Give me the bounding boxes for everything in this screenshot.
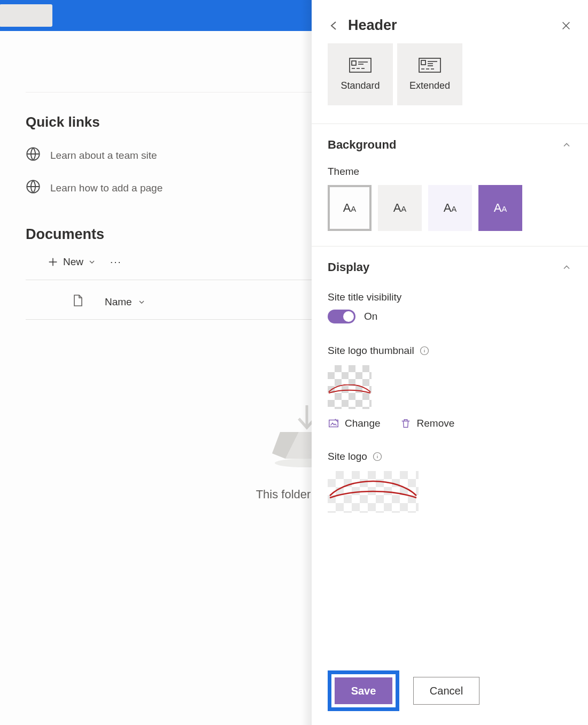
section-title: Display (328, 260, 561, 274)
more-actions-button[interactable]: ··· (110, 256, 122, 268)
quick-link-label: Learn about a team site (50, 150, 157, 161)
layout-standard-card[interactable]: Standard (328, 43, 393, 105)
site-logo-thumbnail-label: Site logo thumbnail (328, 345, 414, 357)
site-logo-label: Site logo (328, 451, 367, 462)
site-title-visibility-toggle[interactable] (328, 310, 355, 323)
site-logo-label-row: Site logo (312, 439, 588, 469)
thumbnail-actions: Change Remove (312, 415, 588, 439)
layout-extended-card[interactable]: Extended (397, 43, 462, 105)
header-layout-options: Standard Extended (312, 43, 588, 124)
layout-card-label: Extended (409, 80, 450, 91)
close-icon[interactable] (560, 20, 572, 32)
section-title: Background (328, 138, 561, 152)
remove-thumbnail-button[interactable]: Remove (400, 418, 455, 429)
chevron-up-icon (561, 262, 572, 273)
site-logo-preview (328, 471, 419, 513)
image-edit-icon (328, 418, 339, 429)
panel-header: Header (312, 0, 588, 43)
svg-rect-9 (421, 60, 425, 65)
globe-icon (26, 146, 41, 164)
cancel-button[interactable]: Cancel (413, 677, 479, 705)
display-section-toggle[interactable]: Display (312, 246, 588, 280)
save-button[interactable]: Save (335, 677, 392, 704)
theme-label: Theme (312, 157, 588, 185)
theme-swatch-gray[interactable]: AA (378, 185, 422, 231)
trash-icon (400, 418, 412, 429)
quick-link-label: Learn how to add a page (50, 182, 163, 194)
change-thumbnail-button[interactable]: Change (328, 418, 381, 429)
theme-swatch-lavender[interactable]: AA (428, 185, 472, 231)
chevron-up-icon (561, 140, 572, 150)
svg-rect-7 (352, 61, 356, 65)
back-arrow-icon[interactable] (328, 19, 341, 32)
site-logo-thumbnail-label-row: Site logo thumbnail (312, 333, 588, 363)
new-button-label: New (63, 256, 83, 268)
theme-swatch-purple[interactable]: AA (478, 185, 522, 231)
panel-footer: Save Cancel (312, 661, 588, 725)
save-button-highlight: Save (328, 670, 399, 711)
site-logo-thumbnail-preview (328, 365, 372, 409)
info-icon[interactable] (420, 346, 429, 356)
theme-swatch-grid: AA AA AA AA (312, 185, 588, 246)
globe-icon (26, 179, 41, 197)
file-type-icon (73, 294, 83, 310)
theme-swatch-light[interactable]: AA (328, 185, 372, 231)
site-title-visibility-label: Site title visibility (312, 280, 588, 310)
header-settings-panel: Header Standard (312, 0, 588, 725)
name-column-header[interactable]: Name (105, 296, 146, 308)
new-button[interactable]: New (47, 256, 96, 268)
toggle-state-label: On (364, 311, 377, 322)
site-title-visibility-toggle-row: On (312, 310, 588, 333)
search-box[interactable] (0, 4, 52, 27)
background-section-toggle[interactable]: Background (312, 124, 588, 157)
panel-title: Header (348, 17, 560, 34)
info-icon[interactable] (373, 452, 382, 461)
layout-card-label: Standard (341, 80, 380, 91)
